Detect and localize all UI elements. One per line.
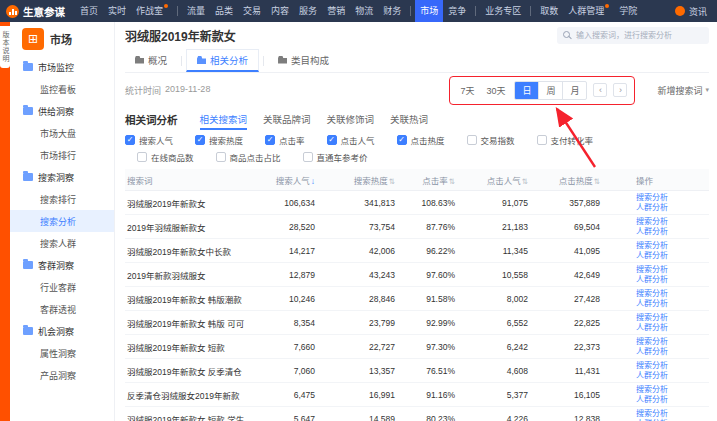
sidebar-item-监控看板[interactable]: 监控看板 — [10, 78, 114, 100]
metric-点击热度[interactable]: ✓点击热度 — [397, 134, 445, 146]
column-header-搜索热度[interactable]: 搜索热度⇅ — [317, 174, 397, 186]
metric-搜索人气[interactable]: ✓搜索人气 — [125, 134, 173, 146]
sort-desc-icon: ↓ — [311, 176, 315, 186]
sidebar-item-产品洞察[interactable]: 产品洞察 — [10, 364, 114, 386]
checkbox-交易指数[interactable] — [467, 135, 477, 145]
sidebar-item-市场监控[interactable]: 市场监控 — [10, 56, 114, 78]
metric-点击率[interactable]: ✓点击率 — [265, 134, 305, 146]
sidebar-item-搜索排行[interactable]: 搜索排行 — [10, 188, 114, 210]
nav-item-学院[interactable]: 学院 — [614, 0, 642, 22]
column-header-点击率[interactable]: 点击率⇅ — [397, 174, 457, 186]
version-note-tab[interactable]: 版本说明 — [0, 26, 10, 68]
action-link-人群分析[interactable]: 人群分析 — [636, 203, 707, 213]
metric-在线商品数[interactable]: 在线商品数 — [137, 151, 194, 163]
user-info[interactable]: 资讯 — [675, 5, 717, 18]
pager-next-button[interactable]: › — [613, 83, 627, 97]
nav-item-服务[interactable]: 服务 — [294, 0, 322, 22]
metric-商品点击占比[interactable]: 商品点击占比 — [216, 151, 281, 163]
column-header-搜索词[interactable]: 搜索词 — [125, 174, 247, 186]
metric-交易指数[interactable]: 交易指数 — [467, 134, 515, 146]
checkbox-支付转化率[interactable] — [537, 135, 547, 145]
column-header-点击人气[interactable]: 点击人气⇅ — [457, 174, 530, 186]
tab-概况[interactable]: 概况 — [125, 49, 177, 72]
range-button-30天[interactable]: 30天 — [483, 82, 508, 99]
nav-item-物流[interactable]: 物流 — [350, 0, 378, 22]
sidebar-item-市场排行[interactable]: 市场排行 — [10, 144, 114, 166]
action-link-人群分析[interactable]: 人群分析 — [636, 347, 707, 357]
search-input[interactable] — [576, 31, 703, 40]
period-button-月[interactable]: 月 — [562, 82, 586, 99]
table-row: 反季清仓羽绒服女2019年新款6,47516,99191.16%5,37716,… — [125, 383, 709, 407]
checkbox-商品点击占比[interactable] — [216, 152, 226, 162]
analysis-tab-相关搜索词[interactable]: 相关搜索词 — [200, 108, 248, 130]
tab-相关分析[interactable]: 相关分析 — [186, 49, 259, 72]
sidebar-item-客群透视[interactable]: 客群透视 — [10, 298, 114, 320]
nav-item-营销[interactable]: 营销 — [322, 0, 350, 22]
nav-item-人群管理[interactable]: 人群管理 — [563, 0, 614, 22]
nav-item-取数[interactable]: 取数 — [535, 0, 563, 22]
action-link-人群分析[interactable]: 人群分析 — [636, 251, 707, 261]
analysis-tab-关联修饰词[interactable]: 关联修饰词 — [327, 108, 375, 130]
pager-prev-button[interactable]: ‹ — [593, 83, 607, 97]
nav-item-市场[interactable]: 市场 — [415, 0, 443, 22]
checkbox-点击热度[interactable]: ✓ — [397, 135, 407, 145]
nav-item-财务[interactable]: 财务 — [378, 0, 406, 22]
metric-点击人气[interactable]: ✓点击人气 — [327, 134, 375, 146]
sidebar-item-搜索人群[interactable]: 搜索人群 — [10, 232, 114, 254]
action-link-搜索分析[interactable]: 搜索分析 — [636, 193, 707, 203]
action-link-人群分析[interactable]: 人群分析 — [636, 371, 707, 381]
action-link-搜索分析[interactable]: 搜索分析 — [636, 217, 707, 227]
column-header-点击热度[interactable]: 点击热度⇅ — [530, 174, 602, 186]
nav-item-品类[interactable]: 品类 — [210, 0, 238, 22]
sidebar-item-搜索洞察[interactable]: 搜索洞察 — [10, 166, 114, 188]
column-header-操作[interactable]: 操作 — [602, 174, 709, 186]
sidebar-item-行业客群[interactable]: 行业客群 — [10, 276, 114, 298]
checkbox-点击率[interactable]: ✓ — [265, 135, 275, 145]
sidebar-item-市场大盘[interactable]: 市场大盘 — [10, 122, 114, 144]
nav-item-流量[interactable]: 流量 — [182, 0, 210, 22]
metric-支付转化率[interactable]: 支付转化率 — [537, 134, 594, 146]
action-link-搜索分析[interactable]: 搜索分析 — [636, 409, 707, 419]
action-link-搜索分析[interactable]: 搜索分析 — [636, 289, 707, 299]
analysis-tab-关联品牌词[interactable]: 关联品牌词 — [263, 108, 311, 130]
analysis-tab-关联热词[interactable]: 关联热词 — [390, 108, 428, 130]
sidebar-item-客群洞察[interactable]: 客群洞察 — [10, 254, 114, 276]
action-link-搜索分析[interactable]: 搜索分析 — [636, 265, 707, 275]
action-link-人群分析[interactable]: 人群分析 — [636, 395, 707, 405]
action-link-人群分析[interactable]: 人群分析 — [636, 323, 707, 333]
nav-item-交易[interactable]: 交易 — [238, 0, 266, 22]
nav-item-作战室[interactable]: 作战室 — [131, 0, 173, 22]
period-button-周[interactable]: 周 — [538, 82, 562, 99]
nav-item-首页[interactable]: 首页 — [75, 0, 103, 22]
nav-item-实时[interactable]: 实时 — [103, 0, 131, 22]
action-link-搜索分析[interactable]: 搜索分析 — [636, 313, 707, 323]
checkbox-搜索人气[interactable]: ✓ — [125, 135, 135, 145]
action-link-人群分析[interactable]: 人群分析 — [636, 227, 707, 237]
metric-直通车参考价[interactable]: 直通车参考价 — [303, 151, 368, 163]
nav-item-内容[interactable]: 内容 — [266, 0, 294, 22]
action-link-搜索分析[interactable]: 搜索分析 — [636, 241, 707, 251]
metric-搜索热度[interactable]: ✓搜索热度 — [195, 134, 243, 146]
nav-item-竞争[interactable]: 竞争 — [443, 0, 471, 22]
action-link-人群分析[interactable]: 人群分析 — [636, 275, 707, 285]
action-link-人群分析[interactable]: 人群分析 — [636, 299, 707, 309]
sidebar-item-供给洞察[interactable]: 供给洞察 — [10, 100, 114, 122]
value-cell: 8,354 — [247, 318, 317, 328]
app-logo[interactable]: 生意参谋 — [6, 4, 65, 19]
sidebar-item-机会洞察[interactable]: 机会洞察 — [10, 320, 114, 342]
checkbox-在线商品数[interactable] — [137, 152, 147, 162]
range-button-7天[interactable]: 7天 — [457, 82, 477, 99]
column-header-搜索人气[interactable]: 搜索人气↓ — [247, 174, 317, 186]
sidebar-item-属性洞察[interactable]: 属性洞察 — [10, 342, 114, 364]
new-search-filter[interactable]: 新增搜索词 ▾ — [657, 84, 709, 97]
checkbox-搜索热度[interactable]: ✓ — [195, 135, 205, 145]
checkbox-直通车参考价[interactable] — [303, 152, 313, 162]
action-link-搜索分析[interactable]: 搜索分析 — [636, 361, 707, 371]
action-link-搜索分析[interactable]: 搜索分析 — [636, 385, 707, 395]
sidebar-item-搜索分析[interactable]: 搜索分析 — [10, 210, 114, 232]
action-link-搜索分析[interactable]: 搜索分析 — [636, 337, 707, 347]
period-button-日[interactable]: 日 — [515, 82, 538, 99]
nav-item-业务专区[interactable]: 业务专区 — [480, 0, 526, 22]
checkbox-点击人气[interactable]: ✓ — [327, 135, 337, 145]
tab-类目构成[interactable]: 类目构成 — [268, 49, 339, 72]
